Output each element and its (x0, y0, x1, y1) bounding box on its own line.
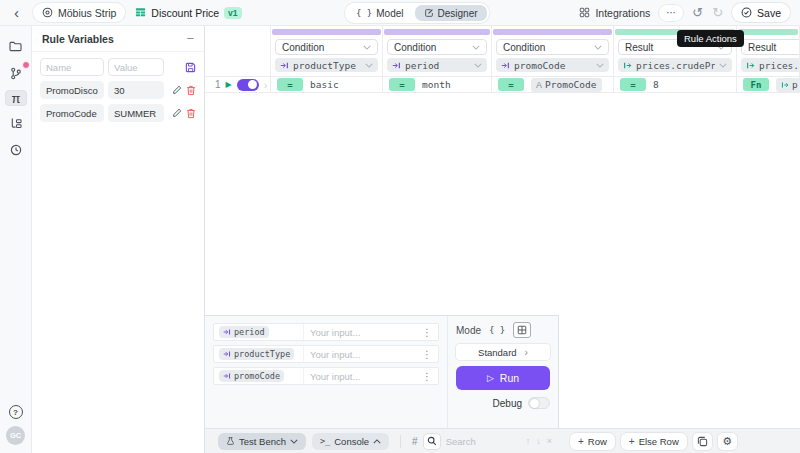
column-field-chip[interactable]: period (387, 58, 487, 72)
cell-value: month (422, 79, 451, 90)
field-chip: period (219, 326, 269, 338)
debug-label: Debug (493, 398, 522, 409)
chevron-down-icon (290, 439, 298, 444)
column-field-chip[interactable]: prices.fina (741, 58, 800, 72)
kebab-menu-icon[interactable]: ⋮ (416, 327, 438, 338)
projects-folder-icon[interactable] (5, 36, 27, 56)
main-area: π ? GC Rule Variables − (0, 26, 800, 453)
chevron-down-icon (596, 63, 604, 68)
tab-model[interactable]: { } Model (347, 5, 413, 21)
column-type-label: Result (625, 42, 653, 53)
collapse-panel-button[interactable]: − (186, 31, 194, 46)
column-type-label: Result (748, 42, 776, 53)
avatar[interactable]: GC (6, 426, 25, 445)
operator-chip: = (389, 78, 415, 91)
redo-icon[interactable]: ↻ (712, 6, 723, 19)
column-type-label: Condition (394, 42, 436, 53)
run-label: Run (500, 372, 519, 384)
search-next-icon[interactable]: ↓ (536, 436, 541, 446)
field-chip-label: period (234, 327, 265, 337)
variable-name-input[interactable] (40, 58, 104, 76)
kebab-menu-icon[interactable]: ⋮ (416, 371, 438, 382)
debug-toggle[interactable] (528, 397, 550, 409)
test-input-period[interactable]: Your input... (304, 327, 416, 338)
cell-crudePrice[interactable]: = 8 (614, 76, 736, 93)
variable-value-input[interactable] (108, 58, 164, 76)
column-field-chip[interactable]: prices.crudePrice (618, 58, 732, 72)
column-type-select[interactable]: Condition (275, 39, 378, 55)
cell-finalPrice[interactable]: Fn pric (737, 76, 799, 93)
standard-selector[interactable]: Standard › (456, 344, 550, 360)
variable-row (40, 81, 196, 99)
cell-productType[interactable]: = basic (271, 76, 382, 93)
left-icon-rail: π ? GC (0, 26, 32, 453)
mode-json-button[interactable]: { } (486, 324, 508, 336)
notification-dot (22, 61, 30, 69)
save-variable-icon[interactable] (185, 62, 196, 73)
column-result-finalPrice: Result prices.fina Fn pric (737, 26, 800, 93)
kebab-menu-icon[interactable]: ⋮ (416, 349, 438, 360)
back-button[interactable]: ‹ (14, 5, 19, 20)
search-prev-icon[interactable]: ↑ (526, 436, 531, 446)
expression-chip-label: pric (792, 79, 800, 90)
add-row-button[interactable]: + Row (570, 433, 615, 450)
test-input-productType[interactable]: Your input... (304, 349, 416, 360)
run-button[interactable]: ▷ Run (456, 366, 550, 390)
row-enabled-toggle[interactable] (237, 79, 259, 91)
outline-tree-icon[interactable] (5, 113, 27, 133)
rule-variables-panel: Rule Variables − (32, 26, 205, 453)
column-type-select[interactable]: Condition (496, 39, 609, 55)
operator-chip: = (498, 78, 524, 91)
tab-designer[interactable]: Designer (415, 5, 487, 21)
project-switcher[interactable]: Möbius Strip (33, 3, 125, 22)
input-arrow-icon (223, 350, 231, 358)
output-arrow-icon (746, 61, 755, 70)
save-button[interactable]: Save (732, 3, 790, 22)
expression-chip: pric (776, 78, 800, 92)
delete-variable-icon[interactable] (186, 108, 196, 119)
edit-variable-icon[interactable] (172, 85, 182, 95)
variable-value-value[interactable] (108, 81, 164, 99)
variable-name-value[interactable] (40, 81, 104, 99)
column-type-select[interactable]: Result (741, 39, 800, 55)
undo-icon[interactable]: ↺ (692, 6, 703, 19)
topbar-actions: Integrations ⋯ ↺ ↻ Save (579, 3, 790, 22)
graph-branch-icon[interactable] (5, 63, 27, 83)
bottom-toolbar: Test Bench >_ Console # ↑ ↓ × + (205, 428, 800, 453)
help-icon[interactable]: ? (9, 405, 23, 419)
search-close-icon[interactable]: × (547, 436, 552, 446)
mode-table-button[interactable] (513, 322, 531, 338)
more-menu-button[interactable]: ⋯ (659, 5, 683, 21)
standard-label: Standard (478, 347, 517, 358)
search-input[interactable] (446, 436, 520, 447)
edit-variable-icon[interactable] (172, 108, 182, 118)
copy-rows-button[interactable] (693, 433, 712, 450)
history-icon[interactable] (5, 140, 27, 160)
document-title-group[interactable]: Discount Price v1 (135, 7, 241, 19)
search-icon[interactable] (424, 434, 440, 449)
row-play-icon[interactable]: ▶ (226, 80, 232, 89)
rule-variables-tab-icon[interactable]: π (5, 90, 27, 106)
cell-period[interactable]: = month (383, 76, 491, 93)
variable-value-value[interactable] (108, 104, 164, 122)
delete-variable-icon[interactable] (186, 85, 196, 96)
operator-chip: = (620, 78, 646, 91)
table-settings-button[interactable]: ⚙ (718, 433, 737, 450)
column-field-chip[interactable]: promoCode (496, 58, 609, 72)
variable-name-value[interactable] (40, 104, 104, 122)
column-type-select[interactable]: Condition (387, 39, 487, 55)
row-expand-icon[interactable]: › (264, 79, 268, 91)
cell-value: 8 (653, 79, 659, 90)
cell-promoCode[interactable]: = A PromoCode (492, 76, 613, 93)
field-chip-label: promoCode (234, 371, 280, 381)
variable-icon: A (536, 80, 542, 90)
integrations-button[interactable]: Integrations (579, 7, 650, 19)
integrations-label: Integrations (595, 7, 650, 19)
regex-toggle-icon[interactable]: # (412, 436, 418, 447)
add-else-row-button[interactable]: + Else Row (621, 433, 687, 450)
column-field-name: prices.fina (759, 60, 800, 71)
test-input-promoCode[interactable]: Your input... (304, 371, 416, 382)
test-bench-toggle[interactable]: Test Bench (218, 433, 306, 450)
column-field-chip[interactable]: productType (275, 58, 378, 72)
console-toggle[interactable]: >_ Console (312, 433, 389, 450)
